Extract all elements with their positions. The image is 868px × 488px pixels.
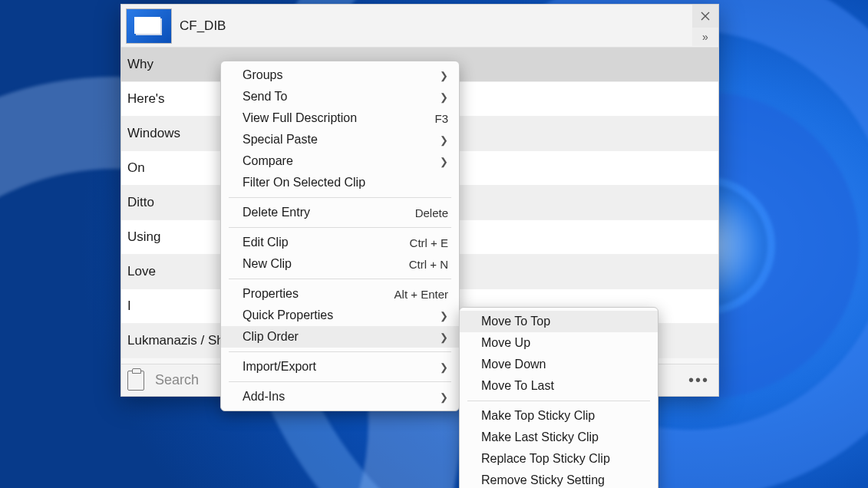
- context-menu-item[interactable]: Special Paste❯: [221, 129, 459, 150]
- submenu-item[interactable]: Make Top Sticky Clip: [460, 405, 658, 427]
- submenu-item[interactable]: Move Up: [460, 332, 658, 354]
- menu-item-label: New Clip: [243, 257, 292, 271]
- clip-label: Love: [127, 264, 156, 279]
- submenu-item[interactable]: Move To Top: [460, 311, 658, 332]
- menu-item-label: Special Paste: [243, 133, 318, 147]
- chevron-right-icon: ❯: [440, 331, 448, 343]
- context-menu-item[interactable]: Compare❯: [221, 150, 459, 172]
- menu-item-label: Properties: [243, 287, 299, 301]
- menu-item-shortcut: F3: [434, 112, 448, 125]
- context-menu: Groups❯Send To❯View Full DescriptionF3Sp…: [220, 61, 460, 411]
- context-menu-item[interactable]: Filter On Selected Clip: [221, 172, 459, 193]
- menu-item-label: View Full Description: [243, 111, 357, 125]
- context-menu-item[interactable]: Add-Ins❯: [221, 386, 459, 407]
- menu-item-label: Delete Entry: [243, 206, 310, 219]
- context-menu-item[interactable]: Delete EntryDelete: [221, 202, 459, 223]
- clip-label: Here's: [127, 91, 165, 107]
- chevron-right-icon: ❯: [440, 361, 448, 373]
- menu-item-label: Remove Sticky Setting: [481, 473, 605, 487]
- menu-item-label: Make Top Sticky Clip: [481, 409, 595, 423]
- menu-item-label: Quick Properties: [243, 308, 333, 322]
- context-menu-item[interactable]: Quick Properties❯: [221, 305, 459, 326]
- menu-item-label: Filter On Selected Clip: [243, 176, 365, 190]
- clip-order-submenu: Move To TopMove UpMove DownMove To LastM…: [459, 307, 658, 488]
- clipboard-icon[interactable]: [127, 371, 144, 391]
- menu-item-label: Move Up: [481, 336, 530, 350]
- menu-item-shortcut: Ctrl + N: [409, 258, 448, 271]
- context-menu-item[interactable]: Clip Order❯: [221, 326, 459, 348]
- context-menu-item[interactable]: Edit ClipCtrl + E: [221, 232, 459, 253]
- clip-label: On: [127, 160, 145, 176]
- context-menu-separator: [229, 227, 451, 228]
- submenu-item[interactable]: Move Down: [460, 354, 658, 375]
- chevron-double-right-icon: »: [702, 31, 708, 43]
- clip-label: Why: [127, 57, 153, 72]
- submenu-separator: [467, 401, 650, 401]
- menu-item-label: Replace Top Sticky Clip: [481, 452, 610, 466]
- menu-item-label: Groups: [243, 68, 282, 82]
- expand-button[interactable]: »: [692, 28, 718, 46]
- context-menu-item[interactable]: New ClipCtrl + N: [221, 253, 459, 275]
- window-title: CF_DIB: [180, 18, 226, 34]
- submenu-item[interactable]: Move To Last: [460, 375, 658, 397]
- close-icon: [701, 12, 710, 21]
- menu-item-shortcut: Ctrl + E: [410, 236, 448, 249]
- context-menu-item[interactable]: Send To❯: [221, 86, 459, 107]
- context-menu-item[interactable]: View Full DescriptionF3: [221, 107, 459, 129]
- context-menu-separator: [229, 381, 451, 382]
- search-input[interactable]: Search: [155, 372, 199, 388]
- chevron-right-icon: ❯: [440, 70, 448, 81]
- clip-label: Using: [127, 229, 160, 245]
- context-menu-item[interactable]: Import/Export❯: [221, 356, 459, 378]
- menu-item-label: Import/Export: [243, 360, 316, 374]
- menu-item-label: Edit Clip: [243, 236, 289, 249]
- chevron-right-icon: ❯: [440, 134, 448, 146]
- menu-item-label: Move Down: [481, 358, 546, 371]
- menu-item-label: Move To Top: [481, 315, 550, 328]
- context-menu-item[interactable]: PropertiesAlt + Enter: [221, 283, 459, 305]
- menu-item-label: Send To: [243, 90, 287, 104]
- close-button[interactable]: [692, 5, 718, 28]
- submenu-item[interactable]: Replace Top Sticky Clip: [460, 448, 658, 470]
- menu-item-label: Compare: [243, 154, 293, 168]
- submenu-item[interactable]: Make Last Sticky Clip: [460, 427, 658, 448]
- context-menu-separator: [229, 279, 451, 279]
- clip-label: I: [127, 298, 131, 314]
- chevron-right-icon: ❯: [440, 391, 448, 403]
- context-menu-item[interactable]: Groups❯: [221, 64, 459, 86]
- menu-item-shortcut: Delete: [415, 206, 448, 219]
- clip-label: Windows: [127, 126, 180, 141]
- clip-label: Ditto: [127, 195, 154, 210]
- menu-item-shortcut: Alt + Enter: [394, 288, 448, 301]
- submenu-item[interactable]: Remove Sticky Setting: [460, 470, 658, 488]
- more-options-button[interactable]: •••: [688, 371, 709, 389]
- clip-thumbnail-icon: [126, 8, 172, 44]
- titlebar: CF_DIB »: [121, 5, 718, 48]
- context-menu-separator: [229, 197, 451, 198]
- menu-item-label: Clip Order: [243, 330, 299, 344]
- chevron-right-icon: ❯: [440, 310, 448, 321]
- chevron-right-icon: ❯: [440, 91, 448, 103]
- chevron-right-icon: ❯: [440, 156, 448, 167]
- menu-item-label: Make Last Sticky Clip: [481, 430, 599, 444]
- context-menu-separator: [229, 351, 451, 352]
- menu-item-label: Move To Last: [481, 379, 554, 393]
- menu-item-label: Add-Ins: [243, 390, 285, 404]
